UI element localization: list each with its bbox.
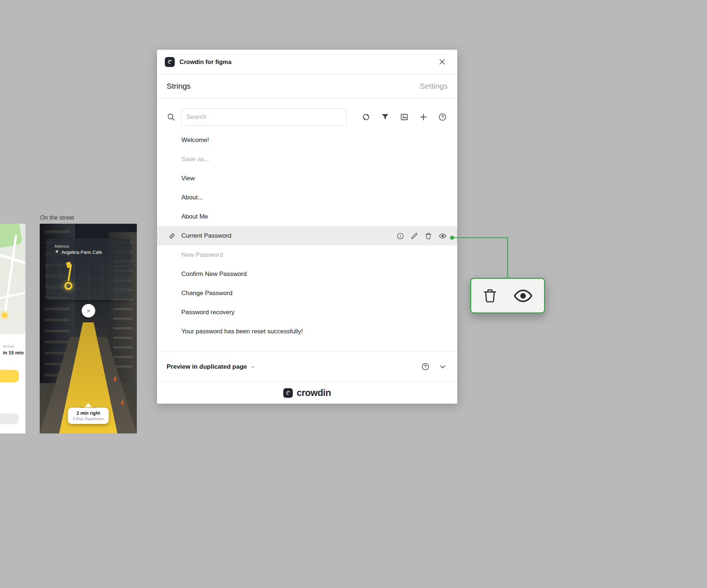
- secondary-action-pill: [0, 414, 19, 424]
- crowdin-logo: [283, 388, 293, 398]
- tab-strings[interactable]: Strings: [167, 82, 191, 91]
- figma-canvas: Arrival in 15 min On the street 20 Addre…: [0, 0, 707, 588]
- crowdin-wordmark: crowdin: [296, 387, 331, 398]
- navigation-arrow-icon: [54, 249, 59, 255]
- list-item[interactable]: Save as...: [157, 150, 457, 169]
- primary-action-pill: [0, 370, 19, 382]
- toolbar: [157, 109, 457, 125]
- arrival-label: Arrival: [3, 344, 14, 348]
- address-mini-map: [46, 262, 131, 300]
- address-label: Address: [54, 244, 131, 248]
- string-label: Change Password: [181, 290, 232, 297]
- filter-icon[interactable]: [381, 113, 390, 121]
- mini-map: [0, 224, 25, 334]
- list-item[interactable]: View: [157, 169, 457, 188]
- crowdin-plugin-modal: Crowdin for figma Strings Settings: [157, 50, 457, 404]
- close-icon[interactable]: [438, 58, 446, 66]
- info-icon[interactable]: [397, 232, 404, 240]
- direction-title: 2 min right: [73, 411, 104, 416]
- actions-zoom-callout: [470, 278, 545, 314]
- chevron-down-icon: [250, 364, 256, 370]
- search-input[interactable]: [181, 109, 347, 125]
- street-frame[interactable]: 20 Address Angelina Paris Cafe 2 min rig…: [40, 224, 137, 433]
- preview-eye-icon[interactable]: [438, 232, 447, 240]
- list-item[interactable]: Current Password: [157, 226, 457, 245]
- delete-icon[interactable]: [482, 287, 498, 304]
- list-item[interactable]: Your password has been reset successfull…: [157, 322, 457, 341]
- string-label: About Me: [181, 213, 208, 220]
- list-item[interactable]: Password recovery: [157, 303, 457, 322]
- export-image-icon[interactable]: [400, 113, 409, 121]
- search-icon: [167, 113, 175, 121]
- close-navigation-button: [82, 304, 95, 318]
- direction-arrow: [85, 403, 92, 407]
- preview-label: Preview in duplicated page: [167, 363, 247, 371]
- frame-label[interactable]: On the street: [40, 215, 74, 221]
- list-item[interactable]: New Password: [157, 245, 457, 265]
- list-item[interactable]: About...: [157, 188, 457, 207]
- string-label: Your password has been reset successfull…: [181, 328, 303, 335]
- delete-icon[interactable]: [424, 232, 432, 240]
- collapse-chevron-icon[interactable]: [438, 362, 447, 371]
- map-park-area: [0, 224, 22, 249]
- link-icon: [168, 233, 175, 240]
- list-item[interactable]: Welcome!: [157, 131, 457, 150]
- map-pin: [2, 313, 7, 318]
- list-item[interactable]: Confirm New Password: [157, 265, 457, 284]
- string-label: Save as...: [181, 156, 209, 163]
- modal-header: Crowdin for figma: [157, 50, 457, 74]
- help-icon[interactable]: [421, 362, 430, 371]
- direction-subtitle: 6 Rue Tiquetonne: [73, 417, 104, 421]
- address-card: Address Angelina Paris Cafe: [46, 238, 131, 300]
- modal-footer: Preview in duplicated page: [157, 351, 457, 382]
- tabs-row: Strings Settings: [157, 74, 457, 98]
- string-label: View: [181, 175, 195, 182]
- help-icon[interactable]: [438, 113, 447, 121]
- arrival-value: in 15 min: [3, 350, 24, 355]
- edit-icon[interactable]: [411, 232, 418, 240]
- list-item[interactable]: About Me: [157, 207, 457, 226]
- refresh-icon[interactable]: [362, 113, 370, 121]
- strings-list: Welcome! Save as...: [157, 131, 457, 341]
- add-string-icon[interactable]: [419, 113, 428, 121]
- tab-settings[interactable]: Settings: [420, 82, 448, 91]
- address-value: Angelina Paris Cafe: [61, 250, 102, 255]
- string-label: New Password: [181, 251, 223, 259]
- crowdin-logo: [165, 57, 175, 67]
- string-label: Confirm New Password: [181, 270, 247, 278]
- string-label: Welcome!: [181, 137, 209, 144]
- string-label: Password recovery: [181, 309, 235, 316]
- direction-card: 2 min right 6 Rue Tiquetonne: [68, 408, 109, 424]
- preview-eye-icon[interactable]: [512, 285, 534, 307]
- brand-bar: crowdin: [157, 382, 457, 404]
- modal-title: Crowdin for figma: [180, 59, 231, 65]
- string-label: About...: [181, 194, 203, 201]
- current-location-dot: [64, 282, 72, 290]
- map-road: [0, 289, 25, 300]
- preview-expander[interactable]: Preview in duplicated page: [167, 363, 256, 371]
- arrival-frame[interactable]: Arrival in 15 min: [0, 224, 25, 433]
- string-label: Current Password: [181, 232, 231, 240]
- list-item[interactable]: Change Password: [157, 284, 457, 303]
